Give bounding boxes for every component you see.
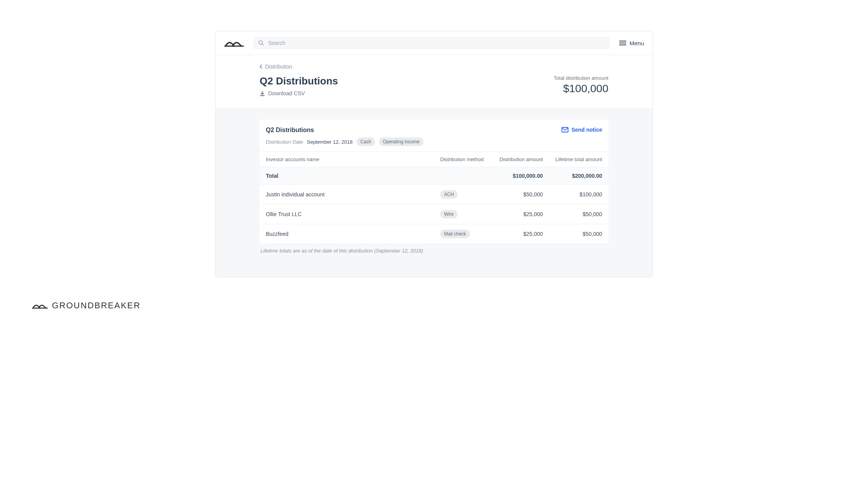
brand-logo-icon <box>32 302 48 309</box>
breadcrumb-back[interactable]: Distribution <box>260 64 608 70</box>
investor-lifetime: $50,000 <box>549 204 608 224</box>
investor-name: Ollie Trust LLC <box>260 204 434 224</box>
title-row: Q2 Distributions Download CSV Total dist… <box>260 75 608 96</box>
search-field[interactable] <box>253 37 610 49</box>
brand-footer: GROUNDBREAKER <box>32 301 868 311</box>
investor-name: Justin individual account <box>260 185 434 204</box>
logo-icon[interactable] <box>224 38 244 48</box>
investor-method: ACH <box>434 185 490 204</box>
card-title: Q2 Distributions <box>266 127 424 134</box>
investor-amount: $25,000 <box>490 224 549 244</box>
col-header-method: Distribution method <box>434 152 490 167</box>
total-amount: $100,000.00 <box>490 167 549 185</box>
svg-point-1 <box>259 41 262 44</box>
search-icon <box>258 40 264 46</box>
col-header-amount: Distribution amount <box>490 152 549 167</box>
table-header-row: Investor accounts name Distribution meth… <box>260 152 608 167</box>
distribution-date-label: Distribution Date <box>266 139 303 145</box>
mail-icon <box>561 127 568 132</box>
total-label: Total <box>260 167 434 185</box>
table-row[interactable]: Justin individual account ACH $50,000 $1… <box>260 185 608 204</box>
total-method <box>434 167 490 185</box>
table-footnote: Lifetime totals are as of the date of th… <box>260 244 608 254</box>
download-icon <box>260 91 265 96</box>
card-header: Q2 Distributions Distribution Date Septe… <box>260 120 608 151</box>
send-notice-label: Send notice <box>572 127 602 133</box>
method-pill: Mail check <box>440 230 470 238</box>
menu-label: Menu <box>629 40 644 46</box>
total-distribution-label: Total distribution amount <box>554 75 608 81</box>
tag-cash: Cash <box>356 137 375 146</box>
app-container: Menu Distribution Q2 Distributions Downl… <box>215 31 653 277</box>
table-total-row: Total $100,000.00 $200,000.00 <box>260 167 608 185</box>
investor-amount: $50,000 <box>490 185 549 204</box>
investor-amount: $25,000 <box>490 204 549 224</box>
download-label: Download CSV <box>268 90 305 96</box>
table-row[interactable]: Buzzfeed Mail check $25,000 $50,000 <box>260 224 608 244</box>
title-right: Total distribution amount $100,000 <box>554 75 608 95</box>
card-header-left: Q2 Distributions Distribution Date Septe… <box>266 127 424 146</box>
card-meta-row: Distribution Date September 12, 2018 Cas… <box>266 137 424 146</box>
investor-method: Wire <box>434 204 490 224</box>
brand-name: GROUNDBREAKER <box>52 301 141 311</box>
download-csv-button[interactable]: Download CSV <box>260 90 338 96</box>
investor-lifetime: $100,000 <box>549 185 608 204</box>
search-input[interactable] <box>268 40 605 46</box>
investor-name: Buzzfeed <box>260 224 434 244</box>
menu-button[interactable]: Menu <box>619 40 644 46</box>
distribution-date-value: September 12, 2018 <box>307 139 353 145</box>
distribution-table: Investor accounts name Distribution meth… <box>260 151 608 244</box>
method-pill: ACH <box>440 190 458 199</box>
col-header-lifetime: Lifetime total amount <box>549 152 608 167</box>
content-area: Q2 Distributions Distribution Date Septe… <box>215 108 653 277</box>
hamburger-icon <box>619 40 626 46</box>
send-notice-button[interactable]: Send notice <box>561 127 602 133</box>
page-title: Q2 Distributions <box>260 75 338 87</box>
table-row[interactable]: Ollie Trust LLC Wire $25,000 $50,000 <box>260 204 608 224</box>
chevron-left-icon <box>260 64 263 69</box>
svg-line-2 <box>262 44 264 45</box>
total-lifetime: $200,000.00 <box>549 167 608 185</box>
title-left: Q2 Distributions Download CSV <box>260 75 338 96</box>
investor-method: Mail check <box>434 224 490 244</box>
col-header-name: Investor accounts name <box>260 152 434 167</box>
page-header: Distribution Q2 Distributions Download C… <box>215 55 653 108</box>
method-pill: Wire <box>440 210 458 218</box>
header-bar: Menu <box>215 31 653 55</box>
breadcrumb-label: Distribution <box>265 64 292 70</box>
tag-operating-income: Operating income <box>379 137 424 146</box>
investor-lifetime: $50,000 <box>549 224 608 244</box>
distribution-card: Q2 Distributions Distribution Date Septe… <box>260 120 608 244</box>
total-distribution-amount: $100,000 <box>554 82 608 95</box>
